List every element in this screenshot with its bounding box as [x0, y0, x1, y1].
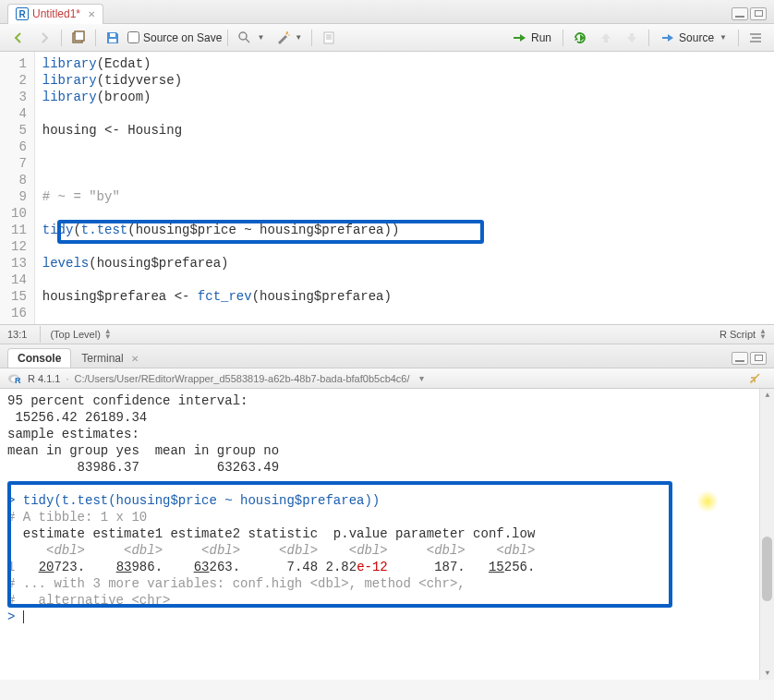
code-line[interactable]: levels(housing$prefarea) — [42, 255, 767, 272]
run-button-label: Run — [531, 31, 551, 44]
line-number: 13 — [11, 255, 27, 272]
console-output[interactable]: 95 percent confidence interval: 15256.42… — [0, 389, 774, 680]
line-number-gutter: 12345678910111213141516 — [0, 52, 35, 324]
scope-selector[interactable]: (Top Level) ▲▼ — [50, 329, 111, 340]
code-line[interactable]: tidy(t.test(housing$price ~ housing$pref… — [42, 222, 767, 238]
line-number: 12 — [11, 238, 27, 255]
maximize-console-button[interactable] — [750, 352, 767, 365]
console-scrollbar[interactable]: ▲ ▼ — [759, 389, 774, 680]
code-line[interactable] — [42, 172, 767, 188]
line-number: 8 — [11, 172, 27, 188]
line-number: 5 — [11, 122, 27, 139]
console-line: estimate estimate1 estimate2 statistic p… — [7, 525, 767, 542]
show-in-new-window-button[interactable] — [67, 28, 90, 48]
line-number: 10 — [11, 205, 27, 222]
code-line[interactable]: library(tidyverse) — [42, 72, 767, 89]
file-tab-untitled1[interactable]: R Untitled1* ✕ — [7, 4, 103, 24]
console-line — [7, 476, 767, 492]
code-line[interactable] — [42, 139, 767, 155]
code-line[interactable] — [42, 272, 767, 288]
scroll-thumb[interactable] — [762, 537, 772, 601]
console-line: mean in group yes mean in group no — [7, 442, 767, 459]
code-tools-button[interactable]: ▼ — [272, 28, 306, 48]
console-line: sample estimates: — [7, 426, 767, 442]
editor-tab-bar: R Untitled1* ✕ — [0, 0, 774, 24]
save-button[interactable] — [102, 28, 124, 48]
source-on-save-label: Source on Save — [143, 31, 222, 44]
console-line: <dbl> <dbl> <dbl> <dbl> <dbl> <dbl> <dbl… — [7, 542, 767, 559]
code-line[interactable] — [42, 205, 767, 222]
code-line[interactable] — [42, 238, 767, 255]
line-number: 1 — [11, 55, 27, 72]
close-icon[interactable]: ✕ — [131, 354, 139, 364]
code-line[interactable] — [42, 155, 767, 172]
tab-console[interactable]: Console — [7, 348, 71, 368]
source-editor[interactable]: 12345678910111213141516 library(Ecdat)li… — [0, 52, 774, 324]
code-area[interactable]: library(Ecdat)library(tidyverse)library(… — [35, 52, 774, 324]
forward-button[interactable] — [33, 28, 55, 48]
line-number: 15 — [11, 288, 27, 305]
source-on-save-checkbox[interactable] — [127, 31, 139, 43]
console-line: 95 percent confidence interval: — [7, 392, 767, 409]
console-line: 1 20723. 83986. 63263. 7.48 2.82e-12 187… — [7, 559, 767, 575]
console-pane-tab-bar: Console Terminal ✕ — [0, 344, 774, 368]
tab-terminal-label: Terminal — [81, 352, 123, 365]
run-button[interactable]: Run — [507, 28, 557, 48]
console-line: > — [7, 609, 767, 625]
code-line[interactable]: library(Ecdat) — [42, 55, 767, 72]
file-type-label: R Script — [720, 329, 756, 340]
back-button[interactable] — [7, 28, 30, 48]
scroll-down-icon[interactable]: ▼ — [760, 667, 774, 680]
console-line: > tidy(t.test(housing$price ~ housing$pr… — [7, 492, 767, 509]
tab-terminal[interactable]: Terminal ✕ — [71, 348, 148, 368]
svg-line-5 — [246, 39, 249, 42]
editor-status-bar: 13:1 (Top Level) ▲▼ R Script ▲▼ — [0, 324, 774, 344]
console-line: # alternative <chr> — [7, 592, 767, 609]
svg-rect-3 — [110, 33, 115, 37]
maximize-pane-button[interactable] — [750, 7, 767, 20]
console-info-bar: R R 4.1.1 · C:/Users/User/REditorWrapper… — [0, 368, 774, 389]
svg-rect-1 — [75, 31, 84, 41]
line-number: 6 — [11, 139, 27, 155]
svg-point-7 — [289, 34, 291, 36]
scope-label: (Top Level) — [50, 329, 100, 340]
svg-rect-13 — [662, 37, 669, 39]
compile-report-button[interactable] — [318, 28, 340, 48]
find-button[interactable]: ▼ — [234, 28, 268, 48]
file-type-selector[interactable]: R Script ▲▼ — [720, 329, 767, 340]
close-icon[interactable]: ✕ — [88, 9, 95, 19]
minimize-pane-button[interactable] — [732, 7, 748, 20]
code-line[interactable] — [42, 105, 767, 122]
svg-rect-12 — [514, 37, 521, 39]
line-number: 7 — [11, 155, 27, 172]
code-line[interactable]: housing$prefarea <- fct_rev(housing$pref… — [42, 288, 767, 305]
console-line: 15256.42 26189.34 — [7, 409, 767, 426]
console-line: # ... with 3 more variables: conf.high <… — [7, 575, 767, 592]
go-down-button[interactable] — [621, 28, 643, 48]
tab-console-label: Console — [18, 352, 61, 365]
r-file-icon: R — [16, 7, 29, 20]
line-number: 2 — [11, 72, 27, 89]
svg-point-6 — [286, 31, 288, 33]
go-up-button[interactable] — [595, 28, 617, 48]
svg-rect-2 — [109, 39, 116, 42]
line-number: 16 — [11, 305, 27, 321]
code-line[interactable]: housing <- Housing — [42, 122, 767, 139]
code-line[interactable]: library(broom) — [42, 89, 767, 105]
annotation-highlight-dot — [696, 490, 719, 513]
outline-button[interactable] — [744, 28, 767, 48]
code-line[interactable]: # ~ = "by" — [42, 188, 767, 205]
cursor-position: 13:1 — [7, 329, 27, 340]
file-tab-title: Untitled1* — [32, 7, 80, 20]
working-directory-label: C:/Users/User/REditorWrapper_d5583819-a6… — [75, 373, 410, 384]
scroll-up-icon[interactable]: ▲ — [760, 389, 774, 402]
clear-console-button[interactable] — [744, 368, 767, 389]
svg-text:R: R — [15, 376, 21, 385]
wd-dropdown-icon[interactable]: ▾ — [419, 373, 424, 383]
code-line[interactable] — [42, 305, 767, 321]
line-number: 3 — [11, 89, 27, 105]
rerun-button[interactable] — [569, 28, 591, 48]
line-number: 4 — [11, 105, 27, 122]
minimize-console-button[interactable] — [732, 352, 748, 365]
source-button[interactable]: Source ▼ — [655, 28, 732, 48]
